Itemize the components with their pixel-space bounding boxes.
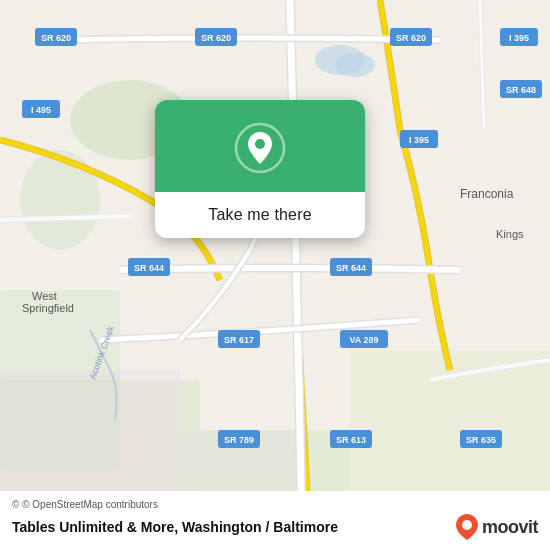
svg-point-45 [255, 139, 265, 149]
svg-text:Kings: Kings [496, 228, 524, 240]
svg-text:SR 644: SR 644 [134, 263, 164, 273]
copyright-icon: © [12, 499, 19, 510]
bottom-bar: © © OpenStreetMap contributors Tables Un… [0, 491, 550, 550]
svg-text:SR 644: SR 644 [336, 263, 366, 273]
svg-text:SR 648: SR 648 [506, 85, 536, 95]
copyright-text: © © OpenStreetMap contributors [12, 499, 538, 510]
svg-text:SR 789: SR 789 [224, 435, 254, 445]
svg-text:Franconia: Franconia [460, 187, 514, 201]
popup-green-area [155, 100, 365, 192]
take-me-there-button[interactable]: Take me there [155, 192, 365, 238]
moovit-text: moovit [482, 517, 538, 538]
bottom-info-row: Tables Unlimited & More, Washington / Ba… [12, 514, 538, 540]
svg-rect-9 [0, 370, 180, 500]
svg-text:SR 620: SR 620 [396, 33, 426, 43]
svg-text:VA 289: VA 289 [349, 335, 378, 345]
map-background: SR 620 SR 620 SR 620 I 395 SR 648 I 495 … [0, 0, 550, 550]
svg-text:Springfield: Springfield [22, 302, 74, 314]
svg-text:West: West [32, 290, 57, 302]
location-pin-icon [234, 122, 286, 174]
moovit-pin-icon [456, 514, 478, 540]
svg-text:I 395: I 395 [409, 135, 429, 145]
svg-text:SR 620: SR 620 [201, 33, 231, 43]
svg-text:I 395: I 395 [509, 33, 529, 43]
popup-card: Take me there [155, 100, 365, 238]
svg-point-46 [462, 520, 472, 530]
svg-text:SR 635: SR 635 [466, 435, 496, 445]
svg-point-2 [335, 53, 375, 77]
map-container: SR 620 SR 620 SR 620 I 395 SR 648 I 495 … [0, 0, 550, 550]
moovit-logo: moovit [456, 514, 538, 540]
place-name: Tables Unlimited & More, Washington / Ba… [12, 519, 338, 535]
svg-point-8 [20, 150, 100, 250]
osm-credit: © OpenStreetMap contributors [22, 499, 158, 510]
svg-text:I 495: I 495 [31, 105, 51, 115]
svg-text:SR 613: SR 613 [336, 435, 366, 445]
svg-text:SR 620: SR 620 [41, 33, 71, 43]
svg-text:SR 617: SR 617 [224, 335, 254, 345]
